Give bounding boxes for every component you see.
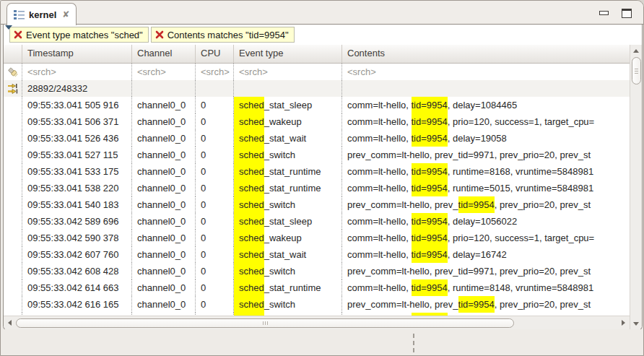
table-row[interactable]: 09:55:33.041 538 220channel0_00sched_sta… — [4, 180, 630, 196]
timestamp-cell: 09:55:33.042 614 663 — [22, 279, 132, 296]
scroll-up-button[interactable] — [631, 45, 642, 56]
row-gutter — [4, 130, 22, 147]
arrow-left-icon — [8, 320, 12, 326]
scroll-left-button[interactable] — [4, 318, 15, 329]
filter-bar: Event type matches "sched" Contents matc… — [4, 25, 642, 45]
search-input-channel[interactable]: <srch> — [132, 64, 196, 80]
match-highlight: sched — [234, 263, 264, 279]
view-tab-bar: kernel ✘ — [1, 1, 643, 25]
table-content: Timestamp Channel CPU Event type Content… — [4, 45, 642, 330]
filter-status-gutter — [4, 80, 22, 97]
channel-cell: channel0_0 — [132, 147, 196, 163]
cpu-cell: 0 — [196, 246, 234, 263]
search-input-event-type[interactable]: <srch> — [234, 64, 342, 80]
filter-chip-label: Contents matches "tid=9954" — [167, 30, 289, 40]
vertical-scrollbar[interactable] — [630, 45, 642, 330]
table-row[interactable]: 09:55:33.041 505 916channel0_00sched_sta… — [4, 97, 630, 113]
row-gutter — [4, 113, 22, 130]
match-highlight: sched — [234, 279, 264, 296]
table-row[interactable]: 09:55:33.042 608 428channel0_00sched_swi… — [4, 263, 630, 279]
match-highlight: sched — [234, 196, 264, 213]
cpu-cell: 0 — [196, 163, 234, 180]
table-row[interactable]: 09:55:33.041 526 436channel0_00sched_sta… — [4, 130, 630, 147]
close-icon[interactable]: ✘ — [62, 10, 69, 19]
table-row[interactable]: 09:55:33.041 533 175channel0_00sched_sta… — [4, 163, 630, 180]
vertical-scrollbar-thumb[interactable] — [632, 57, 641, 84]
bottom-strip — [1, 329, 643, 355]
column-header-cpu[interactable]: CPU — [196, 45, 234, 63]
filter-chip-label: Event type matches "sched" — [26, 30, 143, 40]
match-highlight: tid=9954 — [412, 230, 448, 246]
event-type-cell: sched_stat_sleep — [234, 213, 342, 230]
row-gutter — [4, 163, 22, 180]
row-gutter — [4, 279, 22, 296]
table-row[interactable]: 09:55:33.042 616 165channel0_00sched_swi… — [4, 296, 630, 313]
row-gutter — [4, 246, 22, 263]
contents-cell: prev_comm=lt-hello, prev_tid=9954, prev_… — [342, 196, 630, 213]
cpu-cell: 0 — [196, 230, 234, 246]
table-row[interactable]: 09:55:33.042 607 760channel0_00sched_sta… — [4, 246, 630, 263]
channel-cell: channel0_0 — [132, 130, 196, 147]
scroll-right-button[interactable] — [618, 318, 629, 329]
contents-cell: comm=lt-hello, tid=9954, runtime=8168, v… — [342, 163, 630, 180]
row-gutter — [4, 230, 22, 246]
search-row: <srch> <srch> <srch> <srch> <srch> — [4, 64, 630, 80]
horizontal-scrollbar-thumb[interactable] — [16, 318, 514, 328]
filter-chip-event-type[interactable]: Event type matches "sched" — [9, 27, 149, 43]
horizontal-scrollbar[interactable] — [4, 316, 630, 329]
row-gutter — [4, 180, 22, 196]
minimize-icon — [599, 11, 609, 15]
cpu-cell: 0 — [196, 180, 234, 196]
remove-filter-icon[interactable] — [155, 30, 164, 39]
minimize-button[interactable] — [597, 6, 610, 19]
column-header-channel[interactable]: Channel — [132, 45, 196, 63]
search-row-gutter — [4, 64, 22, 80]
timestamp-cell: 09:55:33.042 589 696 — [22, 213, 132, 230]
contents-cell: comm=lt-hello, tid=9954, runtime=5015, v… — [342, 180, 630, 196]
table-row[interactable]: 09:55:33.041 527 115channel0_00sched_swi… — [4, 147, 630, 163]
search-input-timestamp[interactable]: <srch> — [22, 64, 132, 80]
sash-handle[interactable] — [413, 334, 414, 352]
filter-progress-icon — [7, 83, 19, 95]
cpu-cell: 0 — [196, 196, 234, 213]
maximize-button[interactable] — [620, 6, 633, 19]
scroll-down-button[interactable] — [631, 318, 642, 329]
timestamp-cell: 09:55:33.041 505 916 — [22, 97, 132, 113]
table-row[interactable]: 09:55:33.042 614 663channel0_00sched_sta… — [4, 279, 630, 296]
maximize-icon — [622, 9, 632, 18]
contents-cell: comm=lt-hello, tid=9954, runtime=8148, v… — [342, 279, 630, 296]
row-gutter — [4, 263, 22, 279]
arrow-up-icon — [633, 49, 639, 53]
contents-cell: prev_comm=lt-hello, prev_tid=9971, prev_… — [342, 147, 630, 163]
channel-cell: channel0_0 — [132, 296, 196, 313]
filter-chip-contents[interactable]: Contents matches "tid=9954" — [151, 27, 295, 43]
table-row[interactable]: 09:55:33.041 506 371channel0_00sched_wak… — [4, 113, 630, 130]
contents-cell: prev_comm=lt-hello, prev_tid=9954, prev_… — [342, 296, 630, 313]
table-row[interactable]: 09:55:33.042 590 378channel0_00sched_wak… — [4, 230, 630, 246]
column-header-timestamp[interactable]: Timestamp — [22, 45, 132, 63]
column-header-contents[interactable]: Contents — [342, 45, 630, 63]
event-type-cell: sched_switch — [234, 196, 342, 213]
timestamp-cell: 09:55:33.042 607 760 — [22, 246, 132, 263]
view-window-buttons — [597, 6, 633, 19]
column-header-event-type[interactable]: Event type — [234, 45, 342, 63]
header-collapse-triangle-icon[interactable] — [5, 25, 12, 30]
table-row[interactable]: 09:55:33.042 589 696channel0_00sched_sta… — [4, 213, 630, 230]
table-row[interactable]: 09:55:33.041 540 183channel0_00sched_swi… — [4, 196, 630, 213]
search-input-cpu[interactable]: <srch> — [196, 64, 234, 80]
event-type-cell: sched_switch — [234, 296, 342, 313]
match-highlight: tid=9954 — [412, 163, 448, 180]
events-list-icon — [14, 9, 25, 19]
cpu-cell: 0 — [196, 97, 234, 113]
match-highlight: sched — [234, 296, 264, 313]
remove-filter-icon[interactable] — [14, 30, 22, 39]
search-input-contents[interactable]: <srch> — [342, 64, 630, 80]
timestamp-cell: 09:55:33.041 540 183 — [22, 196, 132, 213]
cpu-cell: 0 — [196, 296, 234, 313]
channel-cell: channel0_0 — [132, 113, 196, 130]
event-type-cell: sched_stat_runtime — [234, 180, 342, 196]
tab-kernel[interactable]: kernel ✘ — [6, 3, 77, 25]
match-highlight: sched — [234, 163, 264, 180]
match-highlight: tid=9954 — [412, 279, 448, 296]
table-header: Timestamp Channel CPU Event type Content… — [4, 45, 630, 64]
